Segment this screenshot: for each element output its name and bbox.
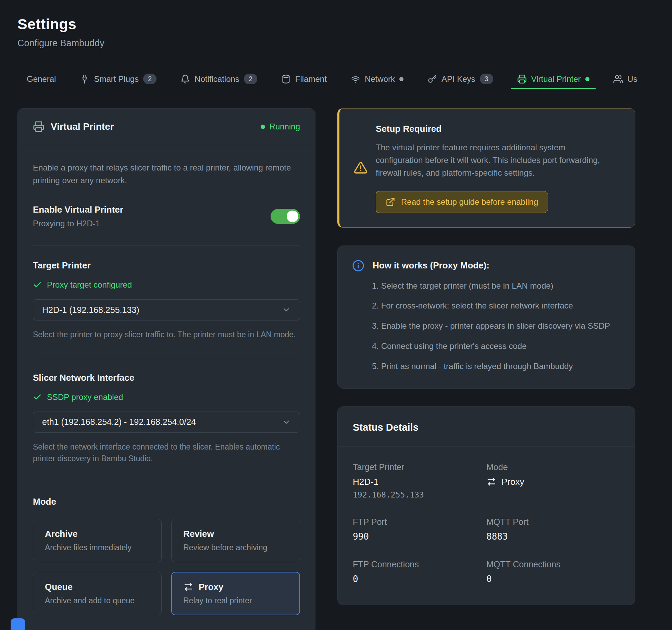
setup-required-title: Setup Required (376, 124, 612, 134)
step-2: 2. For cross-network: select the slicer … (372, 300, 619, 312)
tab-label: Us (627, 74, 637, 84)
tab-label: Virtual Printer (531, 74, 581, 84)
tab-label: General (27, 74, 56, 84)
tab-label: Notifications (195, 74, 239, 84)
step-1: 1. Select the target printer (must be in… (372, 280, 619, 292)
tab-smart-plugs[interactable]: Smart Plugs 2 (80, 69, 157, 89)
mode-option-review[interactable]: Review Review before archiving (171, 519, 300, 562)
virtual-printer-card-body: Enable a proxy that relays slicer traffi… (18, 145, 315, 630)
tab-general[interactable]: General (27, 69, 56, 89)
mode-heading: Mode (33, 496, 300, 507)
status-details-card: Status Details Target Printer H2D-1 192.… (337, 406, 635, 605)
tab-virtual-printer[interactable]: Virtual Printer (517, 69, 589, 89)
tab-network[interactable]: Network (351, 69, 403, 89)
enable-sublabel: Proxying to H2D-1 (33, 219, 123, 228)
active-dot (585, 77, 589, 81)
divider (33, 482, 300, 482)
mode-option-proxy[interactable]: Proxy Relay to real printer (171, 572, 300, 615)
page-subtitle: Configure Bambuddy (17, 38, 672, 49)
tab-filament[interactable]: Filament (281, 69, 327, 89)
field-value: 990 (353, 531, 486, 542)
step-3: 3. Enable the proxy - printer appears in… (372, 320, 619, 332)
page-title: Settings (17, 16, 672, 33)
slicer-interface-status: SSDP proxy enabled (33, 392, 300, 402)
field-mqtt-port: MQTT Port 8883 (486, 517, 620, 542)
settings-content: Virtual Printer Running Enable a proxy t… (0, 89, 672, 630)
mode-title: Archive (45, 529, 77, 539)
tab-label: API Keys (441, 74, 475, 84)
tab-notifications[interactable]: Notifications 2 (181, 69, 257, 89)
tab-badge: 3 (480, 74, 493, 84)
tab-label: Network (365, 74, 395, 84)
chevron-down-icon (282, 305, 291, 314)
field-label: MQTT Connections (486, 559, 620, 569)
info-icon (352, 260, 364, 272)
mode-option-queue[interactable]: Queue Archive and add to queue (33, 572, 162, 615)
external-link-icon (386, 197, 395, 207)
tab-users[interactable]: Us (613, 69, 637, 89)
mode-title: Proxy (199, 582, 223, 592)
divider (33, 358, 300, 358)
slicer-interface-heading: Slicer Network Interface (33, 373, 300, 383)
floating-action-button[interactable] (11, 618, 25, 630)
target-printer-help: Select the printer to proxy slicer traff… (33, 329, 300, 341)
virtual-printer-card: Virtual Printer Running Enable a proxy t… (17, 108, 315, 630)
slicer-interface-help: Select the network interface connected t… (33, 441, 300, 465)
check-icon (33, 280, 42, 289)
mode-grid: Archive Archive files immediately Review… (33, 519, 300, 615)
slicer-interface-select[interactable]: eth1 (192.168.254.2) - 192.168.254.0/24 (33, 412, 300, 433)
status-badge: Running (261, 122, 300, 131)
mode-subtitle: Archive files immediately (45, 543, 150, 552)
settings-tabs: General Smart Plugs 2 Notifications 2 Fi… (0, 69, 672, 89)
enable-row: Enable Virtual Printer Proxying to H2D-1 (33, 204, 300, 228)
printer-icon (33, 121, 45, 133)
field-sub-value: 192.168.255.133 (353, 490, 486, 499)
setup-required-body: The virtual printer feature requires add… (376, 141, 612, 179)
target-printer-heading: Target Printer (33, 260, 300, 271)
swap-icon (183, 582, 194, 592)
field-value: 0 (486, 574, 620, 584)
enable-virtual-printer-toggle[interactable] (271, 209, 300, 224)
field-label: Target Printer (353, 462, 486, 472)
mode-subtitle: Archive and add to queue (45, 596, 150, 605)
unsaved-dot (399, 77, 403, 81)
divider (33, 245, 300, 246)
plug-icon (80, 74, 89, 84)
field-target-printer: Target Printer H2D-1 192.168.255.133 (353, 462, 486, 499)
field-value: 0 (353, 574, 486, 584)
field-value: 8883 (486, 531, 620, 542)
field-ftp-port: FTP Port 990 (353, 517, 486, 542)
spool-icon (281, 74, 291, 84)
field-value: H2D-1 (353, 477, 486, 487)
how-it-works-steps: 1. Select the target printer (must be in… (372, 280, 621, 373)
field-label: FTP Port (353, 517, 486, 527)
tab-badge: 2 (143, 74, 157, 84)
printer-icon (517, 74, 527, 84)
swap-icon (486, 477, 497, 487)
check-icon (33, 393, 42, 402)
step-4: 4. Connect using the printer's access co… (372, 340, 619, 352)
tab-label: Filament (295, 74, 327, 84)
status-text: Proxy target configured (47, 280, 132, 290)
field-label: MQTT Port (486, 517, 620, 527)
warning-icon (354, 123, 368, 213)
tab-label: Smart Plugs (94, 74, 139, 84)
chevron-down-icon (282, 418, 291, 427)
running-dot-icon (261, 125, 265, 129)
mode-option-archive[interactable]: Archive Archive files immediately (33, 519, 162, 562)
status-text: SSDP proxy enabled (47, 392, 123, 402)
tab-api-keys[interactable]: API Keys 3 (427, 69, 493, 89)
mode-title: Review (183, 529, 214, 539)
select-value: H2D-1 (192.168.255.133) (42, 305, 139, 315)
field-mqtt-connections: MQTT Connections 0 (486, 559, 620, 584)
page-header: Settings Configure Bambuddy (0, 0, 672, 49)
setup-guide-button[interactable]: Read the setup guide before enabling (376, 191, 548, 213)
target-printer-select[interactable]: H2D-1 (192.168.255.133) (33, 299, 300, 320)
status-details-title: Status Details (338, 407, 635, 446)
bell-icon (181, 74, 190, 84)
wifi-icon (351, 74, 360, 84)
toggle-knob (287, 211, 298, 222)
mode-title: Queue (45, 582, 73, 592)
field-label: Mode (486, 462, 620, 472)
how-it-works-title: How it works (Proxy Mode): (373, 260, 489, 271)
